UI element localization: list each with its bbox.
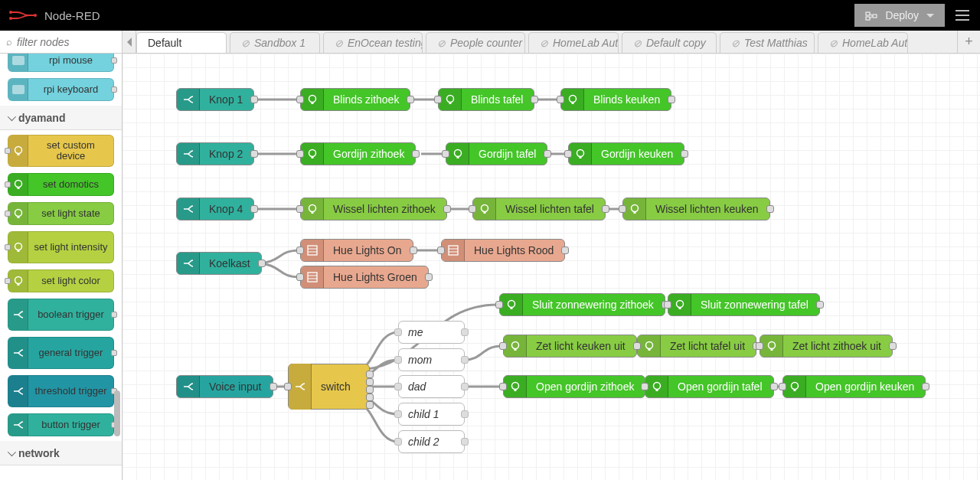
bulb-icon	[301, 143, 324, 165]
palette-node-rpi-mouse[interactable]: rpi mouse	[8, 54, 114, 72]
bulb-icon	[504, 376, 527, 397]
node-open-zithoek[interactable]: Open gordijn zithoek	[503, 375, 645, 398]
node-knop1[interactable]: Knop 1	[176, 88, 254, 111]
node-subflow-child1[interactable]: child 1	[398, 403, 465, 426]
deploy-label: Deploy	[885, 9, 919, 21]
svg-point-18	[446, 96, 453, 103]
filter-input[interactable]	[17, 36, 116, 48]
svg-point-8	[15, 181, 21, 188]
node-blinds-tafel[interactable]: Blinds tafel	[438, 88, 534, 111]
hamburger-icon	[956, 15, 969, 16]
tab-default[interactable]: Default	[136, 32, 227, 53]
bulb-icon	[8, 203, 28, 224]
palette-node-general-trigger[interactable]: general trigger	[8, 337, 114, 369]
node-hue-groen[interactable]: Hue Lights Groen	[300, 266, 429, 289]
palette-node-button-trigger[interactable]: button trigger	[8, 413, 114, 436]
disabled-icon: ⊘	[540, 38, 548, 49]
node-voice-input[interactable]: Voice input	[176, 375, 273, 398]
node-switch[interactable]: switch	[288, 364, 370, 410]
node-subflow-me[interactable]: me	[398, 321, 465, 344]
palette-node-set-light-state[interactable]: set light state	[8, 202, 114, 225]
tab-homelab1[interactable]: ⊘HomeLab Automa	[528, 32, 619, 53]
node-wissel-tafel[interactable]: Wissel lichten tafel	[472, 198, 606, 220]
svg-rect-17	[311, 102, 313, 104]
svg-point-1	[9, 17, 12, 20]
svg-rect-52	[770, 348, 773, 351]
svg-point-55	[653, 383, 660, 390]
node-hue-on[interactable]: Hue Lights On	[300, 239, 413, 262]
split-icon	[177, 198, 200, 220]
node-subflow-child2[interactable]: child 2	[398, 430, 465, 453]
palette-node-threshold-trigger[interactable]: threshold trigger	[8, 375, 114, 407]
palette-node-set-light-color[interactable]: set light color	[8, 269, 114, 292]
template-icon	[442, 240, 465, 261]
chevron-down-icon	[8, 112, 16, 120]
palette-scrollbar[interactable]	[114, 390, 120, 436]
node-sluit-zithoek[interactable]: Sluit zonnewering zithoek	[499, 293, 665, 316]
node-sluit-tafel[interactable]: Sluit zonnewering tafel	[668, 293, 820, 316]
workspace: Default ⊘Sandbox 1 ⊘EnOcean testing ⊘Peo…	[122, 31, 980, 480]
template-icon	[301, 266, 324, 288]
node-subflow-mom[interactable]: mom	[398, 348, 465, 371]
node-wissel-keuken[interactable]: Wissel lichten keuken	[622, 198, 770, 220]
main-menu-button[interactable]	[945, 0, 980, 31]
node-zet-zithoek-uit[interactable]: Zet licht zithoek uit	[760, 335, 893, 358]
svg-point-2	[34, 14, 37, 17]
palette-node-rpi-keyboard[interactable]: rpi keyboard	[8, 78, 114, 101]
add-tab-button[interactable]: +	[957, 31, 980, 53]
node-zet-keuken-uit[interactable]: Zet licht keuken uit	[503, 335, 637, 358]
node-open-tafel[interactable]: Open gordijn tafel	[645, 375, 774, 398]
svg-point-47	[511, 342, 518, 349]
svg-point-20	[569, 96, 576, 103]
node-gordijn-zithoek[interactable]: Gordijn zithoek	[300, 142, 416, 165]
tab-homelab2[interactable]: ⊘HomeLab Automa	[818, 32, 908, 53]
flow-canvas[interactable]: Knop 1 Blinds zithoek Blinds tafel Blind…	[122, 54, 980, 480]
svg-rect-37	[449, 246, 458, 255]
palette-category-dyamand[interactable]: dyamand	[0, 106, 122, 130]
node-gordijn-keuken[interactable]: Gordijn keuken	[568, 142, 684, 165]
node-koelkast[interactable]: Koelkast	[176, 252, 262, 275]
palette-node-boolean-trigger[interactable]: boolean trigger	[8, 299, 114, 331]
svg-rect-19	[449, 102, 451, 104]
deploy-button[interactable]: Deploy	[854, 4, 945, 27]
tab-enocean[interactable]: ⊘EnOcean testing	[323, 32, 423, 53]
palette-node-set-light-intensity[interactable]: set light intensity	[8, 231, 114, 263]
node-subflow-dad[interactable]: dad	[398, 375, 465, 398]
chevron-down-icon	[8, 447, 16, 456]
node-open-keuken[interactable]: Open gordijn keuken	[782, 375, 926, 398]
node-zet-tafel-uit[interactable]: Zet licht tafel uit	[637, 335, 756, 358]
palette-filter[interactable]: ⌕	[0, 31, 122, 54]
template-icon	[301, 240, 324, 261]
node-blinds-keuken[interactable]: Blinds keuken	[560, 88, 671, 111]
bulb-icon	[561, 89, 584, 110]
node-knop4[interactable]: Knop 4	[176, 198, 254, 220]
disabled-icon: ⊘	[731, 38, 740, 49]
bulb-icon	[645, 376, 668, 397]
disabled-icon: ⊘	[829, 38, 838, 49]
svg-rect-48	[514, 348, 516, 351]
tab-test-matthias[interactable]: ⊘Test Matthias	[720, 32, 815, 53]
tab-default-copy[interactable]: ⊘Default copy	[622, 32, 717, 53]
chevron-left-icon	[127, 38, 132, 47]
node-wissel-zithoek[interactable]: Wissel lichten zithoek	[300, 198, 447, 220]
palette-node-set-domotics[interactable]: set domotics	[8, 173, 114, 196]
svg-rect-3	[866, 12, 870, 15]
tabs-collapse-button[interactable]	[122, 31, 136, 53]
node-gordijn-tafel[interactable]: Gordijn tafel	[446, 142, 547, 165]
node-blinds-zithoek[interactable]: Blinds zithoek	[300, 88, 410, 111]
tab-sandbox1[interactable]: ⊘Sandbox 1	[230, 32, 320, 53]
chevron-down-icon	[926, 14, 934, 18]
node-knop2[interactable]: Knop 2	[176, 142, 254, 165]
split-icon	[177, 376, 200, 397]
split-icon	[8, 299, 28, 330]
svg-point-28	[309, 205, 315, 212]
node-hue-rood[interactable]: Hue Lights Rood	[441, 239, 565, 262]
bulb-icon	[569, 143, 592, 165]
svg-point-6	[15, 147, 21, 154]
tab-people-counter[interactable]: ⊘People counter	[426, 32, 525, 53]
palette-node-set-custom-device[interactable]: set custom device	[8, 135, 114, 167]
svg-rect-58	[793, 389, 795, 391]
split-icon	[8, 338, 28, 368]
palette-category-network[interactable]: network	[0, 441, 122, 465]
disabled-icon: ⊘	[335, 38, 343, 49]
